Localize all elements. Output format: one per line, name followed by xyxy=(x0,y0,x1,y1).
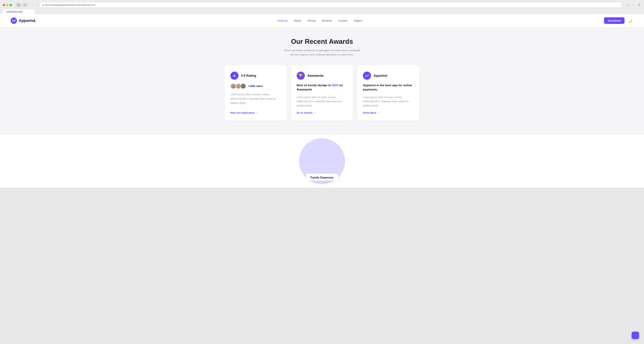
nav-actions: Download 🌙 xyxy=(604,17,634,24)
navbar: Appwind. Features About Pricing Reviews … xyxy=(0,14,644,27)
card-icon-row-2: 🏆 Awwwards xyxy=(297,72,348,80)
close-button[interactable] xyxy=(3,4,5,6)
card-body-2: Lorem ipsum dolor sit amet, consec adipi… xyxy=(297,95,348,108)
dark-mode-toggle[interactable]: 🌙 xyxy=(627,17,634,24)
nav-links: Features About Pricing Reviews Contact P… xyxy=(277,19,363,22)
browser-titlebar: ⊞ ∨ ‹ › 🔒 file:///Users/janewang/Downloa… xyxy=(3,2,641,8)
card-icon-row-3: Appwind. xyxy=(363,72,414,80)
section-title: Our Recent Awards xyxy=(10,38,634,45)
share-icon[interactable]: ⎋ xyxy=(625,3,630,7)
appwind-card: Appwind. Appwind is the best app for onl… xyxy=(357,65,419,121)
bottom-section: Family Expenses xyxy=(0,135,644,188)
browser-toolbar-right: ⎋ + ⧉ xyxy=(625,3,641,7)
know-more-link[interactable]: Know More → xyxy=(363,111,414,114)
section-header: Our Recent Awards There are many variati… xyxy=(10,38,634,57)
maximize-button[interactable] xyxy=(10,4,12,6)
scroll-to-top-button[interactable]: ↑ xyxy=(632,332,639,339)
browser-controls: ⊞ ∨ xyxy=(16,3,28,7)
page-wrapper: Appwind. Features About Pricing Reviews … xyxy=(0,14,644,188)
url-text: file:///Users/janewang/Downloads/22329/2… xyxy=(45,4,95,6)
avatar-row: +195K raters xyxy=(230,83,281,89)
section-subtitle: There are many variations of passages of… xyxy=(283,48,361,57)
address-bar[interactable]: 🔒 file:///Users/janewang/Downloads/22329… xyxy=(40,2,622,7)
rating-label: 4.9 Rating xyxy=(241,74,256,78)
awwwards-label: Awwwards xyxy=(307,74,324,78)
split-view-icon[interactable]: ⧉ xyxy=(636,3,641,7)
nav-reviews[interactable]: Reviews xyxy=(322,19,332,22)
nav-arrows: ‹ › xyxy=(30,3,39,7)
avatar-count: +195K raters xyxy=(248,85,263,87)
card-body-1: Lorem ipsum dolor sit amet, consec adipi… xyxy=(230,92,281,105)
arrow-icon-1: → xyxy=(256,111,258,114)
logo[interactable]: Appwind. xyxy=(10,17,36,24)
card-body-3: Lorem ipsum dolor sit amet, consec adipi… xyxy=(363,95,414,108)
arrow-icon-2: → xyxy=(314,111,316,114)
back-button[interactable]: ‹ xyxy=(30,3,34,7)
card-heading-3: Appwind is the best app for online payme… xyxy=(363,83,414,92)
logo-icon xyxy=(10,17,17,24)
card-heading-2: Best of trendy design in 2024 on Awwward… xyxy=(297,83,348,92)
traffic-lights xyxy=(3,4,12,6)
chevron-up-icon: ↑ xyxy=(634,334,636,337)
rating-card: ★ 4.9 Rating +195K raters Lorem ipsum do xyxy=(225,65,287,121)
awards-section: Our Recent Awards There are many variati… xyxy=(0,27,644,135)
browser-tabs: 22329/index.html xyxy=(3,9,641,14)
avatar-3 xyxy=(240,83,246,89)
lock-icon: 🔒 xyxy=(42,4,44,6)
go-to-awards-link[interactable]: Go to Awards → xyxy=(297,111,348,114)
arrow-icon-3: → xyxy=(378,111,380,114)
new-tab-icon[interactable]: + xyxy=(631,3,636,7)
nav-pricing[interactable]: Pricing xyxy=(307,19,316,22)
nav-pages[interactable]: Pages ▾ xyxy=(354,19,363,22)
blob-wrap: Family Expenses xyxy=(294,142,350,181)
card-icon-row-1: ★ 4.9 Rating xyxy=(230,72,281,80)
active-tab[interactable]: 22329/index.html xyxy=(3,9,35,14)
star-icon: ★ xyxy=(230,72,238,80)
forward-button[interactable]: › xyxy=(35,3,39,7)
rate-application-link[interactable]: Rate Out Application → xyxy=(230,111,281,114)
sidebar-toggle[interactable]: ⊞ xyxy=(16,3,21,7)
appwind-label: Appwind. xyxy=(374,74,388,78)
browser-chrome: ⊞ ∨ ‹ › 🔒 file:///Users/janewang/Downloa… xyxy=(0,0,644,14)
nav-contact[interactable]: Contact xyxy=(338,19,348,22)
download-button[interactable]: Download xyxy=(604,17,624,24)
tab-title: 22329/index.html xyxy=(6,10,22,13)
nav-features[interactable]: Features xyxy=(277,19,288,22)
chevron-down-icon: ▾ xyxy=(362,19,363,22)
awwwards-card: 🏆 Awwwards Best of trendy design in 2024… xyxy=(291,65,353,121)
logo-text: Appwind. xyxy=(19,18,36,23)
trophy-icon: 🏆 xyxy=(297,72,305,80)
family-expenses-label: Family Expenses xyxy=(306,174,338,181)
tab-dropdown[interactable]: ∨ xyxy=(22,3,28,7)
cards-grid: ★ 4.9 Rating +195K raters Lorem ipsum do xyxy=(225,65,419,121)
appwind-logo-icon xyxy=(363,72,371,80)
nav-about[interactable]: About xyxy=(294,19,301,22)
minimize-button[interactable] xyxy=(6,4,8,6)
